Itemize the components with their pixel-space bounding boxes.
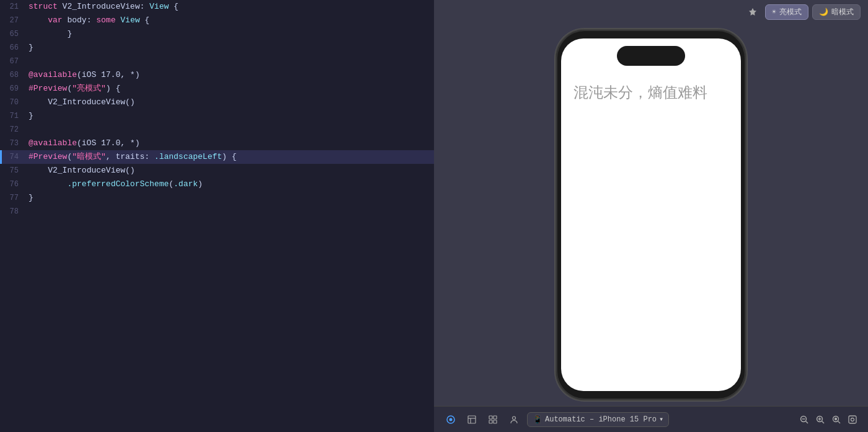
code-editor: 21struct V2_IntroduceView: View {27 var …: [0, 0, 434, 432]
code-line-74: 74#Preview("暗模式", traits: .landscapeLeft…: [0, 150, 434, 164]
bottom-right-tools: [797, 413, 859, 426]
code-line-66: 66}: [0, 41, 434, 55]
preview-content-text: 混沌未分，熵值难料: [574, 82, 728, 103]
code-text: var body: some View {: [26, 14, 149, 27]
light-mode-button[interactable]: ☀ 亮模式: [765, 4, 808, 20]
code-line-72: 72: [0, 123, 434, 137]
line-number: 68: [0, 68, 26, 82]
code-text: }: [26, 109, 33, 123]
light-mode-label: 亮模式: [779, 7, 802, 17]
dropdown-arrow-icon: ▾: [659, 415, 663, 424]
svg-rect-2: [468, 416, 476, 423]
svg-point-21: [851, 418, 854, 421]
svg-point-19: [835, 418, 837, 420]
line-number: 72: [0, 123, 26, 137]
iphone-mockup: 混沌未分，熵值难料: [555, 29, 747, 401]
line-number: 73: [0, 137, 26, 150]
bottom-left-tools: 📱 Automatic – iPhone 15 Pro ▾: [443, 412, 669, 427]
preview-toolbar: ☀ 亮模式 🌙 暗模式: [434, 0, 868, 24]
person-button[interactable]: [506, 413, 522, 426]
zoom-fit-button[interactable]: [830, 413, 843, 426]
line-number: 75: [0, 164, 26, 178]
code-lines: 21struct V2_IntroduceView: View {27 var …: [0, 0, 434, 432]
pin-button[interactable]: [744, 5, 761, 19]
iphone-content: 混沌未分，熵值难料: [561, 38, 741, 391]
line-number: 69: [0, 82, 26, 96]
code-text: #Preview("亮模式") {: [26, 82, 120, 96]
play-button[interactable]: [443, 413, 459, 426]
line-number: 77: [0, 191, 26, 205]
code-line-78: 78: [0, 205, 434, 218]
code-line-76: 76 .preferredColorScheme(.dark): [0, 178, 434, 191]
selected-line-indicator: [0, 150, 2, 164]
svg-line-14: [822, 421, 825, 423]
svg-rect-20: [849, 416, 856, 423]
line-number: 21: [0, 0, 26, 14]
device-label: Automatic – iPhone 15 Pro: [545, 415, 657, 424]
code-text: }: [26, 41, 33, 55]
svg-line-11: [806, 421, 808, 423]
inspect-button[interactable]: [464, 413, 480, 426]
code-line-73: 73@available(iOS 17.0, *): [0, 137, 434, 150]
code-text: .preferredColorScheme(.dark): [26, 178, 203, 191]
code-text: }: [26, 27, 72, 41]
svg-rect-5: [489, 416, 492, 419]
code-line-67: 67: [0, 55, 434, 68]
code-line-75: 75 V2_IntroduceView(): [0, 164, 434, 178]
dark-mode-button[interactable]: 🌙 暗模式: [812, 4, 861, 20]
code-line-65: 65 }: [0, 27, 434, 41]
code-line-69: 69#Preview("亮模式") {: [0, 82, 434, 96]
zoom-reset-button[interactable]: [846, 413, 859, 426]
code-line-68: 68@available(iOS 17.0, *): [0, 68, 434, 82]
device-icon: 📱: [533, 415, 542, 425]
line-number: 78: [0, 205, 26, 218]
zoom-in-button[interactable]: [813, 413, 827, 426]
iphone-screen: 混沌未分，熵值难料: [561, 38, 741, 391]
line-number: 67: [0, 55, 26, 68]
code-text: struct V2_IntroduceView: View {: [26, 0, 179, 14]
zoom-out-button[interactable]: [797, 413, 811, 426]
svg-point-9: [513, 416, 516, 420]
moon-icon: 🌙: [819, 7, 828, 17]
preview-bottom-toolbar: 📱 Automatic – iPhone 15 Pro ▾: [434, 406, 868, 432]
svg-rect-7: [489, 420, 492, 423]
line-number: 76: [0, 178, 26, 191]
device-selector-button[interactable]: 📱 Automatic – iPhone 15 Pro ▾: [527, 412, 669, 427]
code-text: V2_IntroduceView(): [26, 96, 135, 109]
line-number: 27: [0, 14, 26, 27]
sun-icon: ☀: [772, 7, 776, 17]
code-text: V2_IntroduceView(): [26, 164, 135, 178]
line-number: 65: [0, 27, 26, 41]
svg-line-18: [838, 421, 841, 423]
preview-panel: ☀ 亮模式 🌙 暗模式 混沌未分，熵值难料: [434, 0, 868, 432]
code-text: @available(iOS 17.0, *): [26, 137, 140, 150]
line-number: 70: [0, 96, 26, 109]
code-line-70: 70 V2_IntroduceView(): [0, 96, 434, 109]
code-line-27: 27 var body: some View {: [0, 14, 434, 27]
preview-area: 混沌未分，熵值难料: [434, 24, 868, 406]
svg-rect-6: [494, 416, 497, 419]
code-line-71: 71}: [0, 109, 434, 123]
line-number: 66: [0, 41, 26, 55]
line-number: 71: [0, 109, 26, 123]
iphone-notch: [617, 46, 685, 66]
code-line-21: 21struct V2_IntroduceView: View {: [0, 0, 434, 14]
code-text: #Preview("暗模式", traits: .landscapeLeft) …: [26, 150, 236, 164]
svg-point-1: [450, 418, 453, 421]
grid-button[interactable]: [485, 413, 501, 426]
code-text: }: [26, 191, 33, 205]
svg-rect-8: [494, 420, 497, 423]
code-text: @available(iOS 17.0, *): [26, 68, 140, 82]
code-line-77: 77}: [0, 191, 434, 205]
line-number: 74: [0, 150, 26, 164]
dark-mode-label: 暗模式: [831, 7, 854, 17]
